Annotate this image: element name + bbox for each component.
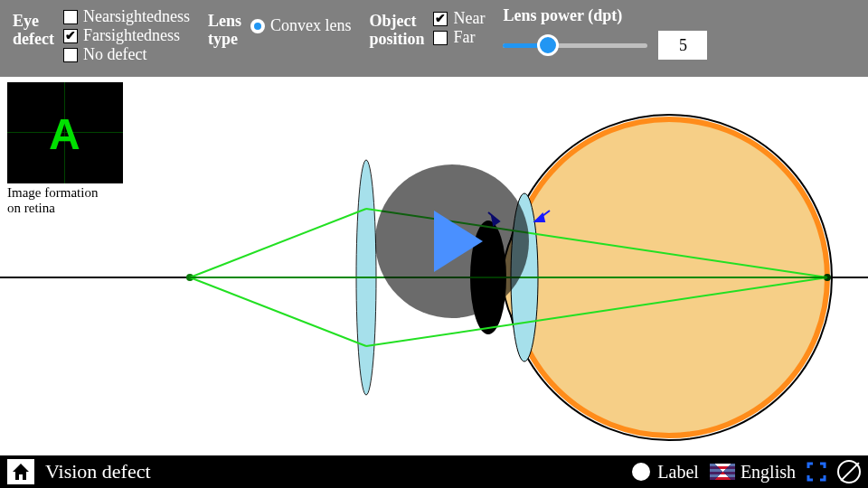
lens-type-options: Convex lens — [250, 7, 352, 35]
option-label: Far — [453, 28, 475, 47]
option-label: Near — [453, 9, 485, 28]
eye-defect-options: Nearsightedness ✔ Farsightedness No defe… — [63, 7, 190, 64]
lens-power-slider[interactable] — [503, 34, 647, 56]
checkbox-icon — [63, 10, 78, 24]
lens-power-label: Lens power (dpt) — [503, 7, 707, 25]
checkbox-icon — [433, 31, 448, 45]
diagram-stage: A Image formationon retina — [0, 77, 868, 455]
eye-defect-label: Eyedefect — [13, 7, 54, 49]
svg-line-16 — [366, 323, 524, 346]
eye-defect-none[interactable]: No defect — [63, 45, 190, 64]
label-toggle[interactable]: Label — [632, 462, 699, 483]
checkbox-icon — [63, 48, 78, 62]
language-label: English — [741, 462, 796, 483]
object-position-options: ✔ Near Far — [433, 7, 485, 47]
play-button[interactable] — [375, 164, 529, 318]
slider-thumb-icon — [537, 34, 559, 56]
fullscreen-button[interactable] — [807, 462, 826, 482]
checkbox-icon: ✔ — [433, 12, 448, 26]
checkbox-icon: ✔ — [63, 29, 78, 43]
flag-uk-icon — [710, 464, 735, 480]
svg-line-15 — [190, 277, 366, 346]
radio-icon — [250, 19, 265, 33]
object-position-near[interactable]: ✔ Near — [433, 9, 485, 28]
label-toggle-text: Label — [657, 462, 699, 483]
eye-defect-group: Eyedefect Nearsightedness ✔ Farsightedne… — [13, 7, 190, 64]
fullscreen-icon — [807, 462, 826, 482]
eye-defect-nearsighted[interactable]: Nearsightedness — [63, 7, 190, 26]
svg-line-12 — [190, 209, 366, 277]
eye-defect-farsighted[interactable]: ✔ Farsightedness — [63, 26, 190, 45]
top-toolbar: Eyedefect Nearsightedness ✔ Farsightedne… — [0, 0, 868, 77]
lens-type-group: Lenstype Convex lens — [208, 7, 352, 49]
language-selector[interactable]: English — [710, 462, 796, 483]
home-icon — [11, 463, 31, 481]
object-position-label: Objectposition — [369, 7, 424, 49]
lens-type-convex[interactable]: Convex lens — [250, 16, 352, 35]
option-label: No defect — [83, 45, 146, 64]
lens-type-label: Lenstype — [208, 7, 241, 49]
option-label: Nearsightedness — [83, 7, 190, 26]
option-label: Farsightedness — [83, 26, 180, 45]
toggle-circle-icon — [632, 463, 650, 481]
option-label: Convex lens — [270, 16, 352, 35]
object-position-far[interactable]: Far — [433, 28, 485, 47]
home-button[interactable] — [7, 459, 34, 484]
lens-power-group: Lens power (dpt) 5 — [503, 7, 707, 60]
lens-power-value[interactable]: 5 — [658, 31, 707, 60]
play-icon — [434, 211, 483, 272]
object-position-group: Objectposition ✔ Near Far — [369, 7, 485, 49]
bottom-bar: Vision defect Label English — [0, 455, 868, 488]
no-sound-button[interactable] — [837, 460, 861, 483]
page-title: Vision defect — [45, 460, 151, 483]
